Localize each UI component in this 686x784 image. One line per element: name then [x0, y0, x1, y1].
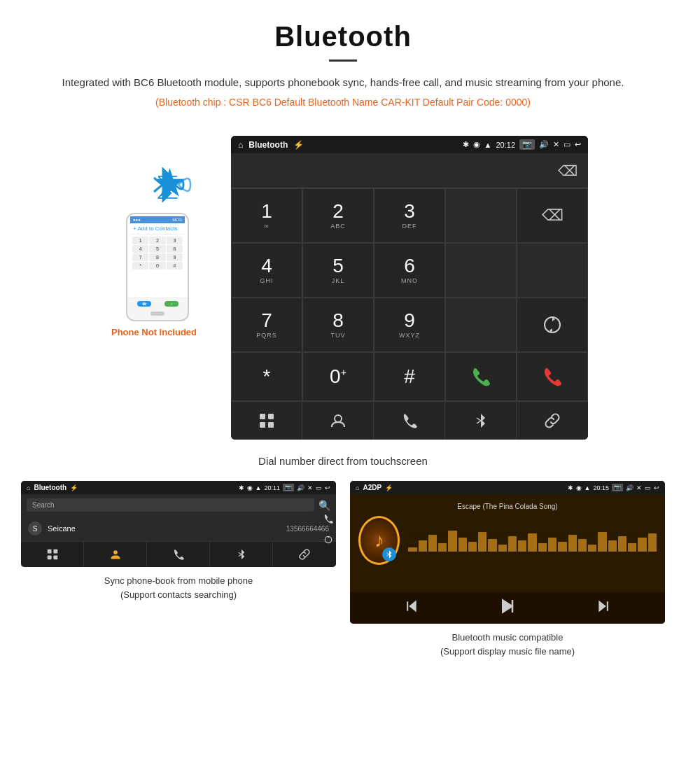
- dialpad-display: ⌫: [231, 153, 588, 188]
- dial-caption: Dial number direct from touchscreen: [0, 447, 686, 481]
- dial-key-5[interactable]: 5 JKL: [302, 243, 374, 298]
- svg-marker-22: [410, 601, 415, 610]
- svg-line-20: [387, 553, 389, 554]
- music-signal-icon: ▲: [584, 484, 591, 491]
- eq-bar: [568, 535, 577, 552]
- eq-bar: [448, 531, 456, 552]
- redial-cell[interactable]: [517, 298, 588, 352]
- music-app-name: A2DP: [363, 484, 382, 491]
- pb-bt-nav-button[interactable]: [210, 542, 273, 567]
- eq-bar: [638, 538, 646, 552]
- svg-rect-14: [53, 550, 57, 554]
- svg-rect-15: [47, 555, 51, 559]
- eq-bar: [408, 547, 416, 552]
- pb-user-button[interactable]: [84, 542, 147, 567]
- window-icon: ▭: [564, 140, 570, 149]
- prev-track-button[interactable]: [405, 599, 419, 617]
- end-call-button[interactable]: [517, 352, 588, 401]
- music-screen: ⌂ A2DP ⚡ ✱ ◉ ▲ 20:15 📷 🔊 ✕ ▭ ↩ E: [350, 481, 665, 624]
- backspace-cell[interactable]: ⌫: [517, 188, 588, 243]
- music-home-icon: ⌂: [356, 484, 359, 491]
- bluetooth-nav-button[interactable]: [445, 402, 517, 440]
- dial-key-hash[interactable]: #: [374, 352, 445, 401]
- eq-bar: [428, 535, 437, 552]
- music-statusbar: ⌂ A2DP ⚡ ✱ ◉ ▲ 20:15 📷 🔊 ✕ ▭ ↩: [350, 481, 665, 494]
- pb-refresh-icon[interactable]: [323, 530, 333, 550]
- music-vol-icon: 🔊: [626, 484, 634, 491]
- dialpad-screen: ⌂ Bluetooth ⚡ ✱ ◉ ▲ 20:12 📷 🔊 ✕ ▭ ↩ ⌫: [231, 136, 588, 440]
- usb-icon: ⚡: [293, 140, 304, 150]
- contacts-nav-button[interactable]: [302, 402, 374, 440]
- backspace-button[interactable]: ⌫: [558, 162, 578, 179]
- grid-nav-button[interactable]: [231, 402, 302, 440]
- end-call-icon: [541, 365, 564, 388]
- svg-point-17: [113, 550, 118, 554]
- main-section: ★ ⅀ ●●●MOS + Add to Contacts 123 456 789…: [0, 115, 686, 447]
- eq-bar: [468, 542, 477, 552]
- svg-rect-7: [260, 422, 265, 428]
- song-title: Escape (The Pina Colada Song): [457, 503, 557, 510]
- dial-key-1[interactable]: 1 ∞: [231, 188, 302, 243]
- eq-bar: [538, 543, 547, 552]
- eq-bar: [419, 540, 427, 552]
- call-icon: [470, 365, 492, 388]
- close-icon: ✕: [553, 140, 559, 149]
- eq-bar: [588, 545, 596, 552]
- phonebook-content: S Seicane 13566664466: [21, 516, 336, 542]
- phone-screen: ●●●MOS + Add to Contacts 123 456 789 *0#: [127, 214, 188, 298]
- phone-mockup: ●●●MOS + Add to Contacts 123 456 789 *0#…: [126, 213, 189, 321]
- pb-grid-button[interactable]: [21, 542, 84, 567]
- dial-key-8[interactable]: 8 TUV: [302, 298, 374, 352]
- bluetooth-waves-icon: ★ ⅀: [133, 157, 196, 213]
- eq-bar: [508, 536, 517, 552]
- dial-key-0[interactable]: 0+: [302, 352, 374, 401]
- phone-screen-header: ●●●MOS: [130, 216, 185, 223]
- dial-key-6[interactable]: 6 MNO: [374, 243, 445, 298]
- contact-number: 13566664466: [286, 525, 329, 533]
- eq-bar: [458, 538, 467, 552]
- page-description: Integrated with BC6 Bluetooth module, su…: [42, 74, 644, 91]
- pb-time: 20:11: [264, 484, 280, 491]
- music-statusbar-left: ⌂ A2DP ⚡: [356, 484, 393, 491]
- pb-loc-icon: ◉: [247, 484, 253, 491]
- bt-overlay-icon: [382, 547, 396, 561]
- phone-illustration: ★ ⅀ ●●●MOS + Add to Contacts 123 456 789…: [98, 136, 210, 337]
- dial-key-9[interactable]: 9 WXYZ: [374, 298, 445, 352]
- pb-cam-icon: 📷: [283, 484, 294, 491]
- music-note-icon: ♪: [374, 529, 384, 552]
- pb-win-icon: ▭: [316, 484, 322, 491]
- person-icon: [330, 413, 346, 428]
- svg-rect-5: [260, 414, 265, 419]
- equalizer-bars: [408, 531, 657, 552]
- eq-bar: [578, 539, 587, 552]
- play-pause-button[interactable]: [499, 598, 516, 618]
- dial-key-4[interactable]: 4 GHI: [231, 243, 302, 298]
- pb-close-icon: ✕: [307, 484, 313, 491]
- redial-icon: [542, 314, 563, 335]
- phonebook-panel: ⌂ Bluetooth ⚡ ✱ ◉ ▲ 20:11 📷 🔊 ✕ ▭ ↩: [21, 481, 336, 658]
- title-divider: [329, 59, 357, 62]
- dial-key-star[interactable]: *: [231, 352, 302, 401]
- next-track-button[interactable]: [596, 599, 610, 617]
- pb-phone-nav-button[interactable]: [147, 542, 210, 567]
- pb-phone-icon[interactable]: [323, 509, 333, 528]
- call-button[interactable]: [445, 352, 517, 401]
- location-icon: ◉: [473, 140, 480, 149]
- eq-bar: [438, 543, 447, 552]
- volume-icon: 🔊: [539, 140, 549, 149]
- svg-point-9: [335, 415, 342, 422]
- dial-key-7[interactable]: 7 PQRS: [231, 298, 302, 352]
- music-loc-icon: ◉: [576, 484, 582, 491]
- empty-cell-1: [445, 188, 517, 243]
- music-usb-icon: ⚡: [385, 484, 393, 491]
- dialpad-bottom-nav: [231, 401, 588, 440]
- dial-key-3[interactable]: 3 DEF: [374, 188, 445, 243]
- svg-rect-8: [268, 422, 274, 428]
- svg-line-10: [477, 418, 481, 421]
- pb-statusbar-left: ⌂ Bluetooth ⚡: [27, 484, 78, 491]
- link-nav-button[interactable]: [517, 402, 588, 440]
- search-input[interactable]: Search: [27, 498, 314, 512]
- contact-name[interactable]: Seicane: [48, 524, 286, 533]
- dial-key-2[interactable]: 2 ABC: [302, 188, 374, 243]
- phone-nav-button[interactable]: [374, 402, 445, 440]
